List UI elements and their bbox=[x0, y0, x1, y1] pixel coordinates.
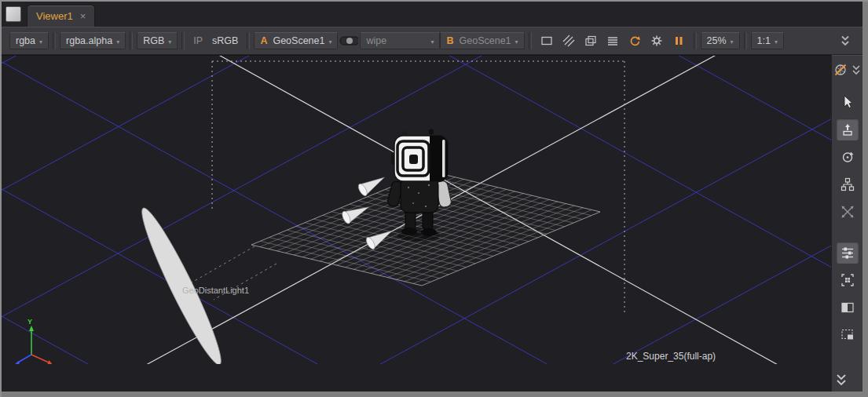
chevron-down-icon: ▾ bbox=[430, 38, 434, 46]
refresh-icon[interactable] bbox=[625, 31, 644, 50]
rotate-tool-icon[interactable] bbox=[837, 146, 859, 168]
color-wheel-icon[interactable] bbox=[832, 61, 849, 78]
viewer-lower-area: ◀ f/8 ▶ 0.015625 1 1064 γ bbox=[2, 55, 863, 392]
divider bbox=[694, 32, 697, 49]
axis-x-label: X bbox=[54, 363, 59, 364]
cursor-tool-icon[interactable] bbox=[837, 91, 859, 113]
pause-icon[interactable] bbox=[669, 31, 688, 50]
format-label: 2K_Super_35(full-ap) bbox=[626, 351, 716, 362]
panel-menu-icon[interactable] bbox=[5, 6, 21, 22]
gear-icon[interactable] bbox=[647, 31, 666, 50]
scanlines-icon[interactable] bbox=[603, 31, 622, 50]
divider bbox=[529, 32, 532, 49]
overlay-icon[interactable] bbox=[581, 31, 600, 50]
expand-bottom-icon[interactable] bbox=[835, 373, 848, 389]
scene-graph-icon[interactable] bbox=[837, 173, 859, 195]
viewer-lut-dropdown[interactable]: sRGB bbox=[207, 33, 243, 49]
wipe-toggle-icon[interactable] bbox=[339, 31, 358, 50]
collapse-toolbar-icon[interactable] bbox=[836, 31, 855, 50]
controls-sliders-icon[interactable] bbox=[837, 242, 859, 264]
display-mode-dropdown[interactable]: RGB ▾ bbox=[137, 32, 178, 49]
robot-model[interactable] bbox=[386, 129, 452, 242]
viewer-left-column: ◀ f/8 ▶ 0.015625 1 1064 γ bbox=[2, 55, 831, 392]
axis-y-label: Y bbox=[27, 318, 32, 326]
marquee-region-icon[interactable] bbox=[837, 324, 859, 346]
alpha-channel-dropdown[interactable]: rgba.alpha ▾ bbox=[60, 32, 126, 49]
input-b-label: B bbox=[446, 35, 453, 46]
window-frame-bottom bbox=[2, 392, 868, 397]
input-a-label: A bbox=[260, 35, 267, 46]
tab-label: Viewer1 bbox=[36, 10, 73, 22]
divider bbox=[130, 32, 133, 49]
divider bbox=[744, 32, 747, 49]
axis-gizmo: Y X Z bbox=[5, 318, 59, 364]
translate-tool-icon[interactable] bbox=[837, 118, 859, 140]
display-window-icon[interactable] bbox=[537, 31, 556, 50]
axis-cross-icon[interactable] bbox=[837, 201, 859, 223]
input-b-dropdown[interactable]: B GeoScene1 ▾ bbox=[440, 32, 524, 49]
viewer-side-toolbar bbox=[831, 55, 863, 392]
zoom-dropdown[interactable]: 25% ▾ bbox=[701, 32, 740, 49]
chevron-down-icon: ▾ bbox=[328, 38, 331, 46]
light-label: GeoDistantLight1 bbox=[182, 286, 249, 295]
sidebar-tools bbox=[837, 83, 859, 346]
viewer-toolbar-top: rgba ▾ rgba.alpha ▾ RGB ▾ IP sRGB A GeoS… bbox=[2, 27, 863, 55]
tab-viewer1[interactable]: Viewer1 × bbox=[27, 5, 95, 27]
window-frame-right bbox=[863, 2, 868, 397]
chevron-down-icon: ▾ bbox=[116, 38, 119, 46]
pixel-ratio-dropdown[interactable]: 1:1 ▾ bbox=[751, 32, 784, 49]
input-process-toggle[interactable]: IP bbox=[189, 33, 207, 49]
chevron-down-icon: ▾ bbox=[731, 38, 734, 46]
divider bbox=[247, 32, 250, 49]
input-a-dropdown[interactable]: A GeoScene1 ▾ bbox=[254, 32, 338, 49]
tab-bar: Viewer1 × bbox=[2, 2, 863, 27]
close-icon[interactable]: × bbox=[80, 11, 86, 21]
collapse-side-toolbar-icon[interactable] bbox=[850, 61, 863, 78]
wipe-mode-dropdown[interactable]: wipe ▾ bbox=[360, 32, 440, 49]
snap-grid-icon[interactable] bbox=[837, 269, 859, 291]
split-view-icon[interactable] bbox=[837, 297, 859, 319]
divider bbox=[53, 32, 56, 49]
chevron-down-icon: ▾ bbox=[515, 38, 518, 46]
channels-dropdown[interactable]: rgba ▾ bbox=[9, 32, 49, 49]
3d-viewport[interactable]: GeoDistantLight1 2K_Super_35(full-ap) Y … bbox=[2, 55, 831, 392]
chevron-down-icon: ▾ bbox=[39, 38, 42, 46]
divider bbox=[181, 32, 185, 49]
wipe-stripes-icon[interactable] bbox=[559, 31, 578, 50]
sidebar-top-row bbox=[832, 55, 863, 83]
chevron-down-icon: ▾ bbox=[168, 38, 171, 46]
distant-light-gizmo[interactable] bbox=[134, 203, 229, 364]
nuke-viewer-window: Viewer1 × rgba ▾ rgba.alpha ▾ RGB ▾ IP s… bbox=[0, 0, 868, 397]
chevron-down-icon: ▾ bbox=[775, 38, 778, 46]
